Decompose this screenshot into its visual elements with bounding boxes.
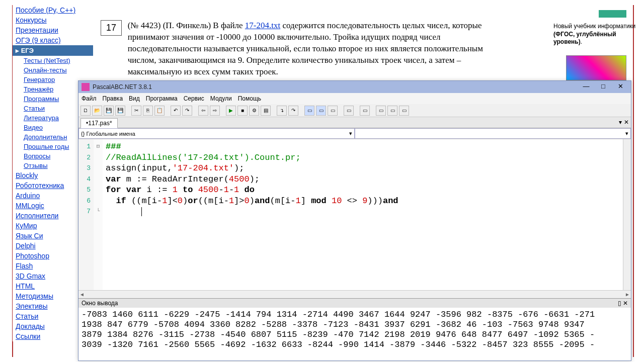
nav-back-icon[interactable]: ⇦ xyxy=(198,106,208,116)
copy-icon[interactable]: ⎘ xyxy=(143,106,153,116)
saveall-icon[interactable]: 💾 xyxy=(115,106,125,116)
build-icon[interactable]: ▤ xyxy=(261,106,271,116)
right-info: Новый учебник информатики (ФГОС, углублё… xyxy=(553,23,636,46)
panel4-icon[interactable]: ▭ xyxy=(344,106,354,116)
code-editor[interactable]: 1234567 ⊟ └ ###//ReadAllLines('17-204.tx… xyxy=(78,139,631,290)
new-icon[interactable]: 🗋 xyxy=(80,106,91,116)
tool8-icon[interactable]: ▭ xyxy=(399,106,409,116)
line-gutter: 1234567 xyxy=(78,139,94,290)
menu-help[interactable]: Помощь xyxy=(238,95,261,102)
menu-view[interactable]: Вид xyxy=(129,95,140,102)
task-prefix: (№ 4423) (П. Финкель) В файле xyxy=(128,21,245,30)
nav-fwd-icon[interactable]: ⇨ xyxy=(210,106,220,116)
menu-modules[interactable]: Модули xyxy=(210,95,232,102)
toolbar: 🗋 📂 💾 💾 ✂ ⎘ 📋 ↶ ↷ ⇦ ⇨ ▶ ■ ⚙ ▤ ↴ ↷ ▭ ▭ ▭ … xyxy=(78,104,631,117)
nav-link[interactable]: ОГЭ (9 класс) xyxy=(13,35,93,45)
redo-icon[interactable]: ↷ xyxy=(182,106,192,116)
horizontal-scrollbar[interactable]: ◄► xyxy=(78,290,631,298)
tab-close-icon[interactable]: ✕ xyxy=(624,119,629,126)
close-button[interactable]: ✕ xyxy=(613,82,628,92)
menu-service[interactable]: Сервис xyxy=(184,95,204,102)
fold-gutter[interactable]: ⊟ └ xyxy=(94,139,103,290)
nav-link[interactable]: Конкурсы xyxy=(13,15,93,25)
scope-combo[interactable]: {} Глобальные имена▾ xyxy=(78,128,355,139)
tab-dropdown-icon[interactable]: ▾ xyxy=(619,119,622,126)
output-pin-icon[interactable]: ▯ xyxy=(618,300,621,307)
panel3-icon[interactable]: ▭ xyxy=(328,106,338,116)
panel2-icon[interactable]: ▭ xyxy=(316,106,326,116)
output-body[interactable]: -7083 1460 6111 -6229 -2475 -1414 794 13… xyxy=(78,308,631,358)
code-area[interactable]: ###//ReadAllLines('17-204.txt').Count.pr… xyxy=(103,139,623,290)
tool5-icon[interactable]: ▭ xyxy=(360,106,370,116)
task-number: 17 xyxy=(101,20,122,36)
task-block: 17 (№ 4423) (П. Финкель) В файле 17-204.… xyxy=(101,20,521,78)
panel1-icon[interactable]: ▭ xyxy=(304,106,314,116)
info-text: Новый учебник информатики xyxy=(553,23,635,30)
stepover-icon[interactable]: ↷ xyxy=(288,106,298,116)
nav-link[interactable]: Презентации xyxy=(13,25,93,35)
nav-sub[interactable]: Тесты (NetTest) xyxy=(13,56,93,65)
menu-file[interactable]: Файл xyxy=(82,95,97,102)
vertical-scrollbar[interactable] xyxy=(623,139,631,290)
run-icon[interactable]: ▶ xyxy=(226,106,236,116)
compile-icon[interactable]: ⚙ xyxy=(249,106,259,116)
nav-active[interactable]: ЕГЭ xyxy=(13,45,93,56)
info-period: . xyxy=(581,38,582,45)
save-icon[interactable]: 💾 xyxy=(104,106,114,116)
editor-tab[interactable]: •117.pas* xyxy=(80,118,118,128)
output-panel: Окно вывода ▯ ✕ -7083 1460 6111 -6229 -2… xyxy=(78,298,631,358)
tabbar: •117.pas* ▾ ✕ xyxy=(78,117,631,128)
nav-link[interactable]: Пособие (Py, C++) xyxy=(13,5,93,15)
nav-sub[interactable]: Онлайн-тесты xyxy=(13,65,93,75)
thumb-bar xyxy=(599,10,626,18)
paste-icon[interactable]: 📋 xyxy=(154,106,165,116)
tool6-icon[interactable]: ▭ xyxy=(376,106,386,116)
combo-row: {} Глобальные имена▾ ▾ xyxy=(78,128,631,139)
menu-program[interactable]: Программа xyxy=(146,95,178,102)
menubar: Файл Правка Вид Программа Сервис Модули … xyxy=(78,93,631,104)
task-text: (№ 4423) (П. Финкель) В файле 17-204.txt… xyxy=(128,20,510,78)
stop-icon[interactable]: ■ xyxy=(237,106,248,116)
menu-edit[interactable]: Правка xyxy=(103,95,123,102)
info-bold: (ФГОС, углублённый уровень) xyxy=(553,31,616,46)
output-title: Окно вывода xyxy=(82,300,118,307)
app-icon xyxy=(82,83,90,91)
tool7-icon[interactable]: ▭ xyxy=(387,106,397,116)
minimize-button[interactable]: — xyxy=(579,82,594,92)
ide-window: PascalABC.NET 3.8.1 — □ ✕ Файл Правка Ви… xyxy=(78,80,631,361)
thumbnail[interactable] xyxy=(566,55,626,80)
undo-icon[interactable]: ↶ xyxy=(171,106,181,116)
cut-icon[interactable]: ✂ xyxy=(131,106,141,116)
output-close-icon[interactable]: ✕ xyxy=(623,300,628,307)
titlebar[interactable]: PascalABC.NET 3.8.1 — □ ✕ xyxy=(78,81,631,93)
window-title: PascalABC.NET 3.8.1 xyxy=(93,83,577,90)
stepinto-icon[interactable]: ↴ xyxy=(277,106,287,116)
task-file-link[interactable]: 17-204.txt xyxy=(245,21,280,30)
open-icon[interactable]: 📂 xyxy=(92,106,102,116)
output-header: Окно вывода ▯ ✕ xyxy=(78,299,631,308)
member-combo[interactable]: ▾ xyxy=(355,128,631,139)
maximize-button[interactable]: □ xyxy=(596,82,611,92)
